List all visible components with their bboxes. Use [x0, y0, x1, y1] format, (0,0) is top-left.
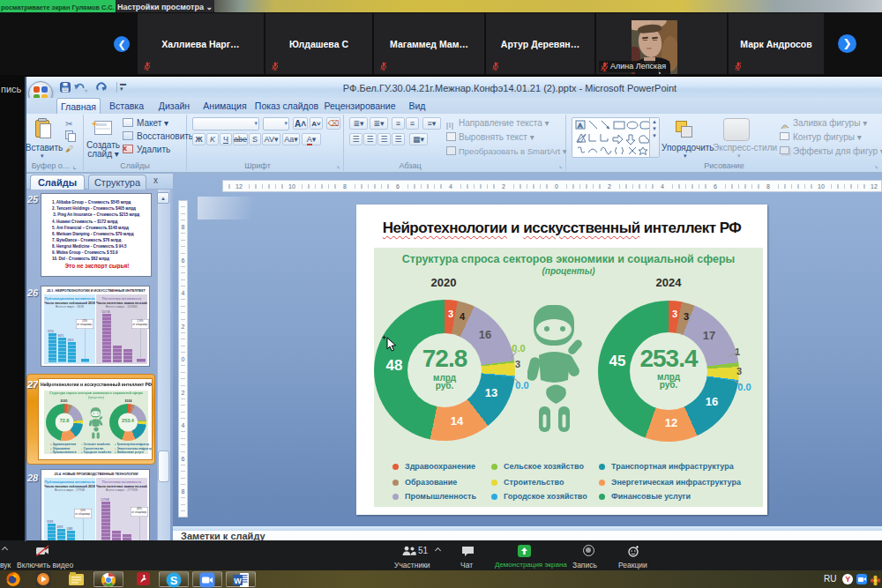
svg-text:S: S — [170, 574, 178, 587]
svg-text:W: W — [234, 577, 242, 585]
svg-text:A: A — [578, 122, 583, 130]
